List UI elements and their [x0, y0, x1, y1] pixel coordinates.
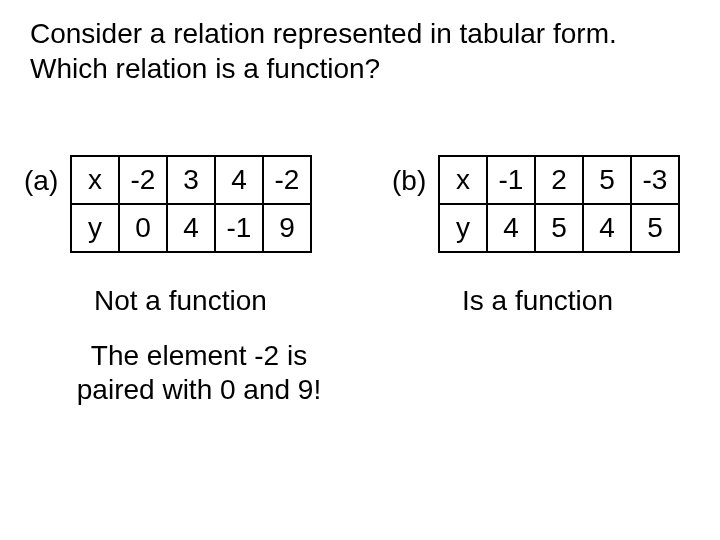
- part-b-label: (b): [392, 165, 426, 197]
- table-row: x -2 3 4 -2: [71, 156, 311, 204]
- cell: 4: [167, 204, 215, 252]
- cell: -2: [263, 156, 311, 204]
- cell: 5: [583, 156, 631, 204]
- table-row: y 0 4 -1 9: [71, 204, 311, 252]
- explain-a: The element -2 is paired with 0 and 9!: [54, 339, 344, 406]
- table-a: x -2 3 4 -2 y 0 4 -1 9: [70, 155, 312, 253]
- table-row: x -1 2 5 -3: [439, 156, 679, 204]
- cell: 2: [535, 156, 583, 204]
- cell: 0: [119, 204, 167, 252]
- cell: 5: [535, 204, 583, 252]
- cell: 3: [167, 156, 215, 204]
- cell: -3: [631, 156, 679, 204]
- cell-head: y: [71, 204, 119, 252]
- verdict-a: Not a function: [94, 285, 267, 317]
- cell: -1: [487, 156, 535, 204]
- question-text: Consider a relation represented in tabul…: [30, 16, 670, 86]
- table-b: x -1 2 5 -3 y 4 5 4 5: [438, 155, 680, 253]
- cell: 9: [263, 204, 311, 252]
- cell: -2: [119, 156, 167, 204]
- part-a-label: (a): [24, 165, 58, 197]
- cell-head: x: [439, 156, 487, 204]
- cell: -1: [215, 204, 263, 252]
- cell: 5: [631, 204, 679, 252]
- verdict-b: Is a function: [462, 285, 613, 317]
- slide: Consider a relation represented in tabul…: [0, 0, 720, 540]
- table-row: y 4 5 4 5: [439, 204, 679, 252]
- cell: 4: [487, 204, 535, 252]
- cell: 4: [583, 204, 631, 252]
- cell: 4: [215, 156, 263, 204]
- cell-head: y: [439, 204, 487, 252]
- cell-head: x: [71, 156, 119, 204]
